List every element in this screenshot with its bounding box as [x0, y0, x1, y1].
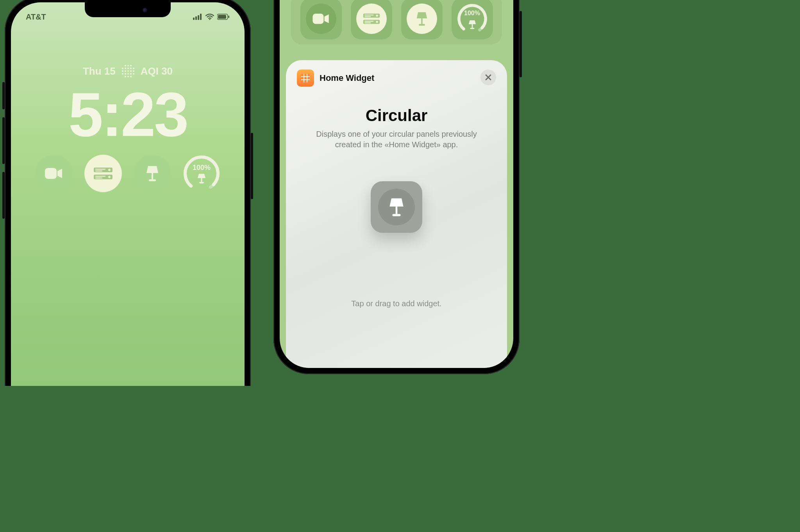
svg-rect-0 — [193, 18, 195, 20]
svg-rect-13 — [95, 176, 105, 177]
lamp-widget[interactable] — [134, 155, 171, 192]
cellular-icon — [193, 14, 202, 20]
aqi-label: AQI 30 — [141, 65, 173, 77]
svg-rect-30 — [364, 22, 371, 23]
svg-point-4 — [209, 19, 210, 20]
svg-rect-12 — [95, 171, 102, 172]
wifi-icon — [205, 14, 214, 20]
svg-point-16 — [108, 176, 111, 178]
battery-lamp-gauge-widget[interactable]: 100% — [183, 155, 220, 192]
list-icon — [94, 167, 112, 180]
svg-rect-14 — [95, 178, 102, 179]
lamp-icon — [146, 165, 159, 182]
video-camera-icon — [45, 167, 63, 180]
lock-clock: 5:23 — [11, 79, 245, 150]
lock-screen: AT&T Thu 15 — [11, 2, 245, 386]
close-button[interactable] — [480, 70, 496, 85]
lamp-icon — [389, 197, 404, 217]
svg-point-20 — [183, 155, 220, 192]
svg-rect-28 — [364, 16, 371, 17]
svg-rect-29 — [364, 21, 373, 21]
svg-rect-33 — [421, 18, 423, 24]
svg-rect-6 — [218, 15, 226, 19]
svg-point-19 — [183, 155, 220, 192]
lamp-widget-slot[interactable] — [401, 0, 443, 39]
widget-editor-screen: 100% Home Widget Circular Displays one o… — [280, 0, 513, 368]
home-widget-app-icon — [297, 70, 314, 87]
svg-rect-1 — [195, 16, 197, 20]
editing-widget-row[interactable]: 100% — [291, 0, 502, 45]
svg-point-15 — [108, 169, 111, 171]
widget-picker-sheet: Home Widget Circular Displays one of you… — [286, 60, 507, 368]
lock-date: Thu 15 — [83, 65, 116, 77]
close-icon — [485, 74, 492, 81]
svg-rect-7 — [229, 16, 230, 18]
svg-point-35 — [457, 4, 488, 34]
svg-point-32 — [376, 21, 378, 23]
svg-rect-24 — [312, 14, 323, 24]
svg-point-36 — [457, 4, 488, 34]
svg-rect-2 — [198, 15, 199, 20]
svg-point-37 — [481, 26, 484, 29]
gauge-ring-icon — [457, 4, 488, 34]
gauge-ring-icon — [183, 155, 220, 192]
camera-widget[interactable] — [35, 155, 73, 192]
svg-rect-34 — [419, 24, 425, 25]
phone-frame-left: AT&T Thu 15 — [5, 0, 251, 386]
svg-rect-41 — [392, 214, 400, 216]
svg-rect-27 — [364, 14, 373, 15]
gauge-percent: 100% — [464, 10, 480, 17]
widget-preview[interactable] — [371, 181, 422, 233]
list-widget[interactable] — [84, 155, 122, 192]
battery-icon — [217, 14, 230, 20]
list-icon — [363, 13, 380, 25]
svg-rect-17 — [152, 173, 153, 179]
lamp-icon — [416, 11, 428, 26]
sheet-hint: Tap or drag to add widget. — [297, 299, 496, 308]
sheet-description: Displays one of your circular panels pre… — [307, 129, 486, 150]
video-camera-icon — [312, 13, 330, 25]
lamp-mini-icon — [468, 20, 476, 29]
svg-rect-39 — [470, 28, 474, 29]
gauge-widget-slot[interactable]: 100% — [452, 0, 493, 39]
svg-point-21 — [212, 182, 216, 186]
carrier-label: AT&T — [26, 12, 46, 21]
svg-rect-18 — [149, 179, 156, 181]
svg-rect-40 — [396, 207, 398, 214]
svg-rect-8 — [45, 168, 57, 179]
svg-rect-38 — [471, 24, 473, 28]
lockscreen-widget-row: 100% — [11, 155, 245, 192]
camera-widget-slot[interactable] — [300, 0, 342, 39]
phone-frame-right: 100% Home Widget Circular Displays one o… — [273, 0, 520, 374]
sheet-title: Circular — [297, 106, 496, 125]
list-widget-slot[interactable] — [351, 0, 392, 39]
sheet-app-name: Home Widget — [320, 73, 374, 83]
svg-rect-3 — [200, 14, 202, 20]
svg-rect-11 — [95, 169, 105, 170]
notch — [85, 2, 171, 17]
svg-point-31 — [376, 14, 378, 16]
aqi-icon — [122, 65, 134, 77]
